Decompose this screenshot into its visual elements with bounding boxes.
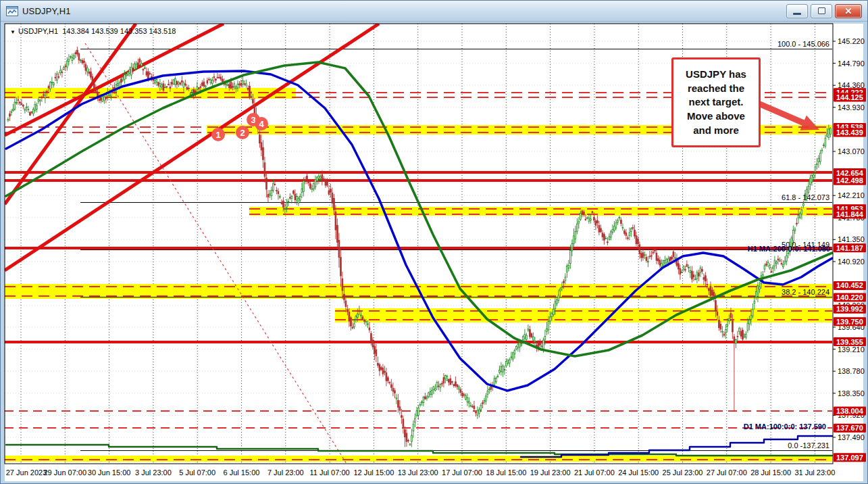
time-axis-label: 27 Jun 2023 [6,468,47,477]
chart-window-icon [6,6,18,16]
price-badge-value: 143.439 [836,128,863,137]
price-badge-value: 141.844 [836,210,864,218]
time-axis-label: 7 Jul 23:00 [267,468,304,477]
price-badge-value: 140.220 [836,293,863,301]
fib-label: 38.2 - 140.224 [782,288,829,296]
restore-button[interactable] [811,4,832,18]
price-tick-label: 138.350 [838,389,865,397]
price-tick-label: 143.930 [838,103,865,112]
time-axis-label: 19 Jul 23:00 [530,468,571,477]
price-badge-value: 137.670 [836,424,863,432]
price-badge-value: 138.004 [836,407,864,415]
window-title: USDJPY,H1 [22,6,71,16]
fib-label: 100.0 - 145.066 [777,40,829,48]
time-axis-label: 6 Jul 15:00 [224,468,260,477]
chart-region: 1234100.0 - 145.06661.8 - 142.07350.0 - … [1,22,868,484]
price-badge-value: 140.452 [836,281,863,289]
marker-number: 2 [240,128,245,138]
price-tick-label: 144.790 [838,59,865,68]
time-axis-label: 11 Jul 07:00 [310,468,350,477]
price-badge-value: 139.992 [836,305,863,313]
price-tick-label: 139.210 [838,345,865,354]
time-axis-label: 13 Jul 23:00 [398,468,438,477]
price-badge-value: 141.187 [836,244,863,252]
dropdown-arrow-icon[interactable]: ▼ [10,29,16,35]
price-tick-label: 142.210 [838,191,865,199]
time-axis-label: 12 Jul 15:00 [353,468,394,477]
ma-label: D1 MA:100:0:0: 137.590 [744,422,826,431]
mt4-window: USDJPY,H1 ✕ 1234100.0 - 145.06661.8 - 14… [0,0,868,484]
price-tick-label: 138.780 [838,367,865,375]
time-axis-label: 18 Jul 15:00 [486,468,526,477]
annotation-note[interactable]: USDJPY has reached the next target. Move… [671,57,761,147]
close-button[interactable]: ✕ [835,4,862,18]
header-ohlc-values: 143.384 143.539 143.353 143.518 [62,27,176,35]
marker-number: 4 [259,119,264,129]
price-tick-label: 143.070 [838,147,865,155]
price-tick-label: 137.490 [838,433,865,441]
time-axis-label: 17 Jul 07:00 [442,468,482,477]
price-badge-value: 144.125 [836,93,863,101]
time-axis-label: 21 Jul 07:00 [574,468,615,477]
fib-label: 61.8 - 142.073 [782,193,829,201]
price-badge-value: 139.750 [836,318,863,326]
minimize-icon [793,13,801,15]
time-axis-label: 28 Jul 15:00 [750,468,791,477]
time-axis-label: 30 Jun 15:00 [88,468,131,477]
marker-number: 1 [215,130,220,140]
time-axis-label: 24 Jul 15:00 [618,468,659,477]
fib-label: 0.0 -137.231 [788,441,829,450]
price-badge-value: 142.654 [836,169,864,177]
price-tick-label: 140.920 [838,258,865,266]
time-axis-label: 5 Jul 07:00 [179,468,215,477]
yellow-band[interactable] [5,456,832,462]
price-badge-value: 139.355 [836,338,863,346]
header-symbol: USDJPY,H1 [18,27,58,35]
time-axis-label: 29 Jun 07:00 [43,468,86,477]
price-badge-value: 137.097 [836,454,863,462]
time-axis-label: 31 Jul 23:00 [794,468,835,477]
chart-symbol-header: ▼USDJPY,H1 143.384 143.539 143.353 143.5… [10,27,176,35]
ma-label: H1 MA:200:0:0: 141.080 [748,245,830,253]
time-axis-label: 25 Jul 23:00 [663,468,703,477]
minimize-button[interactable] [786,4,808,18]
time-axis[interactable]: 27 Jun 202329 Jun 07:0030 Jun 15:003 Jul… [6,468,836,477]
window-titlebar[interactable]: USDJPY,H1 ✕ [1,1,867,22]
close-icon: ✕ [845,7,852,16]
price-tick-label: 141.350 [838,235,865,243]
time-axis-label: 3 Jul 23:00 [135,468,172,477]
price-badge-value: 142.498 [836,176,863,185]
price-tick-label: 145.220 [838,37,865,45]
time-axis-label: 27 Jul 07:00 [707,468,747,477]
restore-icon [818,7,825,14]
